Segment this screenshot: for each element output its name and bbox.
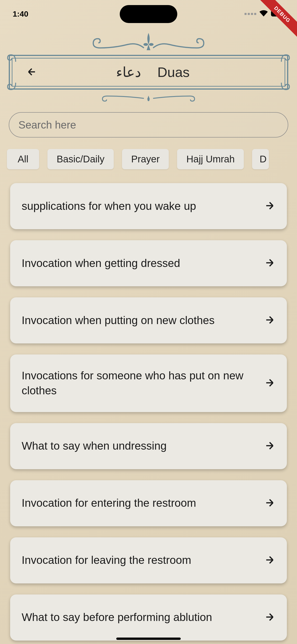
corner-ornament-icon: [5, 51, 17, 63]
corner-ornament-icon: [5, 82, 17, 93]
svg-point-3: [149, 43, 154, 46]
filter-chip-prayer[interactable]: Prayer: [122, 149, 169, 169]
arrow-left-icon: [26, 75, 37, 78]
home-indicator[interactable]: [116, 638, 181, 640]
status-time: 1:40: [13, 10, 28, 18]
list-item[interactable]: Invocation for entering the restroom: [10, 480, 287, 526]
filter-row[interactable]: All Basic/Daily Prayer Hajj Umrah D: [0, 138, 297, 176]
arrow-right-icon: [264, 497, 275, 510]
list-item-title: What to say before performing ablution: [22, 610, 264, 625]
notch: [120, 5, 177, 23]
arrow-right-icon: [264, 314, 275, 326]
status-bar: 1:40: [0, 0, 297, 25]
filter-chip-basic-daily[interactable]: Basic/Daily: [48, 149, 114, 169]
filter-chip-hajj-umrah[interactable]: Hajj Umrah: [177, 149, 244, 169]
ornament-bottom: [0, 92, 297, 105]
arrow-right-icon: [264, 440, 275, 452]
wifi-icon: [260, 10, 268, 18]
cellular-icon: [244, 13, 256, 15]
arrow-right-icon: [264, 257, 275, 270]
list-item-title: Invocation when putting on new clothes: [22, 313, 264, 328]
list-item[interactable]: What to say before performing ablution: [10, 594, 287, 640]
list-item-title: Invocations for someone who has put on n…: [22, 368, 264, 398]
search-input[interactable]: [9, 112, 288, 138]
filter-chip-partial[interactable]: D: [252, 149, 269, 169]
arrow-right-icon: [264, 611, 275, 624]
svg-point-2: [144, 43, 148, 46]
page-title-arabic: دعاء: [116, 64, 141, 80]
list-item[interactable]: Invocation for leaving the restroom: [10, 537, 287, 584]
filter-chip-all[interactable]: All: [7, 149, 39, 169]
list-item[interactable]: Invocations for someone who has put on n…: [10, 354, 287, 412]
list-item-title: Invocation when getting dressed: [22, 256, 264, 271]
list-item[interactable]: supplications for when you wake up: [10, 183, 287, 229]
list-item[interactable]: What to say when undressing: [10, 423, 287, 469]
list-item-title: What to say when undressing: [22, 438, 264, 454]
arrow-right-icon: [264, 377, 275, 390]
list-item-title: Invocation for entering the restroom: [22, 496, 264, 511]
list-item-title: Invocation for leaving the restroom: [22, 553, 264, 568]
dua-list: supplications for when you wake up Invoc…: [0, 176, 297, 644]
search-container: [9, 112, 288, 138]
list-item[interactable]: Invocation when getting dressed: [10, 240, 287, 286]
svg-point-4: [148, 99, 150, 101]
corner-ornament-icon: [280, 51, 292, 63]
ornament-top: [0, 32, 297, 55]
list-item[interactable]: Invocation when putting on new clothes: [10, 297, 287, 344]
title-frame: دعاء Duas: [9, 55, 288, 90]
arrow-right-icon: [264, 200, 275, 212]
corner-ornament-icon: [280, 82, 292, 93]
page-title-english: Duas: [157, 64, 190, 80]
back-button[interactable]: [24, 64, 40, 80]
list-item-title: supplications for when you wake up: [22, 199, 264, 214]
arrow-right-icon: [264, 554, 275, 566]
